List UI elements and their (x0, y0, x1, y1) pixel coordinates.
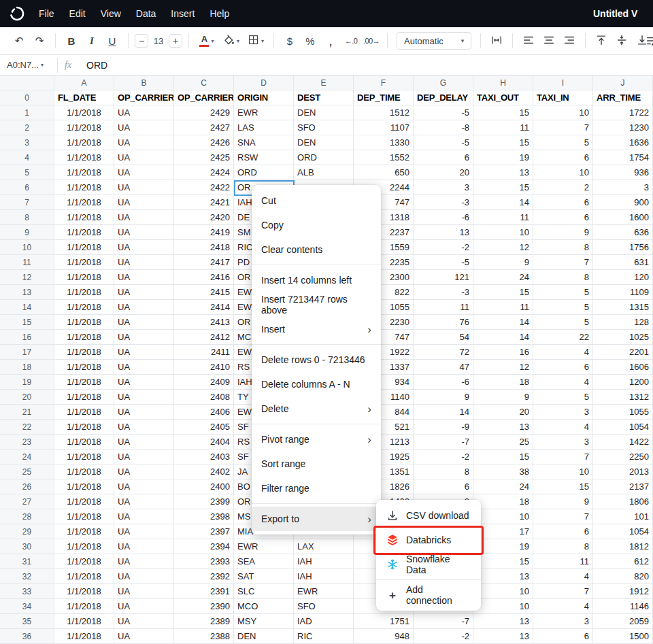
valign-top-button[interactable] (592, 31, 611, 50)
cell-H25[interactable]: 38 (473, 464, 533, 479)
cell-J16[interactable]: 1025 (593, 330, 653, 345)
cell-H36[interactable]: 13 (473, 629, 533, 644)
cell-E30[interactable]: LAX (294, 539, 354, 554)
cell-A11[interactable]: 1/1/2018 (54, 255, 114, 270)
cell-H14[interactable]: 11 (473, 300, 533, 315)
row-header-33[interactable]: 33 (0, 584, 54, 599)
cell-B15[interactable]: UA (114, 315, 174, 330)
cell-J32[interactable]: 820 (593, 569, 653, 584)
cell-I15[interactable]: 5 (533, 315, 593, 330)
menu-view[interactable]: View (93, 0, 129, 27)
cell-F3[interactable]: 1330 (354, 135, 414, 150)
cell-E32[interactable]: IAH (294, 569, 354, 584)
cell-A13[interactable]: 1/1/2018 (54, 285, 114, 300)
cell-I35[interactable]: 3 (533, 614, 593, 629)
borders-button[interactable]: ▾ (244, 31, 267, 50)
cell-A26[interactable]: 1/1/2018 (54, 479, 114, 494)
cell-J24[interactable]: 2250 (593, 450, 653, 464)
cell-B27[interactable]: UA (114, 494, 174, 509)
cell-C10[interactable]: 2418 (174, 240, 234, 255)
cell-A5[interactable]: 1/1/2018 (54, 165, 114, 180)
cell-G15[interactable]: 76 (414, 315, 473, 330)
font-size-decrease-button[interactable]: − (135, 34, 148, 48)
context-menu-item-insert[interactable]: Insert› (252, 317, 381, 341)
cell-B7[interactable]: UA (114, 195, 174, 210)
cell-D5[interactable]: ORD (234, 165, 294, 180)
cell-B16[interactable]: UA (114, 330, 174, 345)
cell-B8[interactable]: UA (114, 210, 174, 225)
row-header-23[interactable]: 23 (0, 435, 54, 450)
row-header-19[interactable]: 19 (0, 375, 54, 390)
cell-B1[interactable]: UA (114, 105, 174, 120)
cell-A30[interactable]: 1/1/2018 (54, 539, 114, 554)
cell-C19[interactable]: 2409 (174, 375, 234, 390)
cell-I31[interactable]: 11 (533, 554, 593, 569)
cell-A7[interactable]: 1/1/2018 (54, 195, 114, 210)
row-header-8[interactable]: 8 (0, 210, 54, 225)
cell-A32[interactable]: 1/1/2018 (54, 569, 114, 584)
column-header-F[interactable]: F (354, 75, 414, 90)
cell-I23[interactable]: 3 (533, 435, 593, 450)
submenu-item-csv-download[interactable]: CSV download (376, 503, 481, 528)
cell-H26[interactable]: 24 (473, 479, 533, 494)
cell-H21[interactable]: 20 (473, 405, 533, 420)
cell-B11[interactable]: UA (114, 255, 174, 270)
bold-button[interactable]: B (62, 31, 81, 50)
cell-H20[interactable]: 9 (473, 390, 533, 405)
cell-C20[interactable]: 2408 (174, 390, 234, 405)
cell-C16[interactable]: 2412 (174, 330, 234, 345)
cell-A14[interactable]: 1/1/2018 (54, 300, 114, 315)
percent-format-button[interactable]: % (301, 31, 320, 50)
row-header-7[interactable]: 7 (0, 195, 54, 210)
align-center-button[interactable] (539, 31, 558, 50)
cell-C26[interactable]: 2400 (174, 479, 234, 494)
row-header-21[interactable]: 21 (0, 405, 54, 420)
column-header-E[interactable]: E (294, 75, 354, 90)
cell-D0[interactable]: ORIGIN (234, 90, 294, 105)
cell-C22[interactable]: 2405 (174, 420, 234, 435)
cell-I32[interactable]: 4 (533, 569, 593, 584)
cell-J13[interactable]: 1109 (593, 285, 653, 300)
row-header-6[interactable]: 6 (0, 180, 54, 195)
row-header-22[interactable]: 22 (0, 420, 54, 435)
cell-J6[interactable]: 3 (593, 180, 653, 195)
cell-C17[interactable]: 2411 (174, 345, 234, 360)
cell-I19[interactable]: 4 (533, 375, 593, 390)
cell-I11[interactable]: 7 (533, 255, 593, 270)
submenu-item-add-connection[interactable]: +Add connection (376, 583, 481, 607)
row-header-13[interactable]: 13 (0, 285, 54, 300)
cell-C35[interactable]: 2389 (174, 614, 234, 629)
cell-H5[interactable]: 13 (473, 165, 533, 180)
cell-C5[interactable]: 2424 (174, 165, 234, 180)
cell-B4[interactable]: UA (114, 150, 174, 165)
fill-color-button[interactable]: ▾ (220, 31, 243, 50)
row-header-16[interactable]: 16 (0, 330, 54, 345)
cell-I7[interactable]: 6 (533, 195, 593, 210)
cell-C25[interactable]: 2402 (174, 464, 234, 479)
context-menu-item-sort-range[interactable]: Sort range (252, 452, 381, 476)
cell-G26[interactable]: 6 (414, 479, 473, 494)
column-header-J[interactable]: J (593, 75, 653, 90)
cell-B26[interactable]: UA (114, 479, 174, 494)
column-header-D[interactable]: D (234, 75, 294, 90)
cell-E2[interactable]: SFO (294, 120, 354, 135)
document-title[interactable]: Untitled V (593, 8, 637, 19)
cell-I18[interactable]: 6 (533, 360, 593, 375)
cell-C31[interactable]: 2393 (174, 554, 234, 569)
context-menu-item-insert-7213447-rows-above[interactable]: Insert 7213447 rows above (252, 292, 381, 317)
cell-B12[interactable]: UA (114, 270, 174, 285)
cell-G13[interactable]: -3 (414, 285, 473, 300)
cell-J27[interactable]: 1806 (593, 494, 653, 509)
context-menu-item-pivot-range[interactable]: Pivot range› (252, 427, 381, 452)
cell-A34[interactable]: 1/1/2018 (54, 599, 114, 614)
cell-C30[interactable]: 2394 (174, 539, 234, 554)
column-header-B[interactable]: B (114, 75, 174, 90)
row-header-5[interactable]: 5 (0, 165, 54, 180)
cell-H7[interactable]: 14 (473, 195, 533, 210)
number-format-dropdown[interactable]: Automatic ▾ (397, 32, 471, 50)
cell-A12[interactable]: 1/1/2018 (54, 270, 114, 285)
cell-H22[interactable]: 13 (473, 420, 533, 435)
cell-B32[interactable]: UA (114, 569, 174, 584)
cell-A21[interactable]: 1/1/2018 (54, 405, 114, 420)
cell-A16[interactable]: 1/1/2018 (54, 330, 114, 345)
